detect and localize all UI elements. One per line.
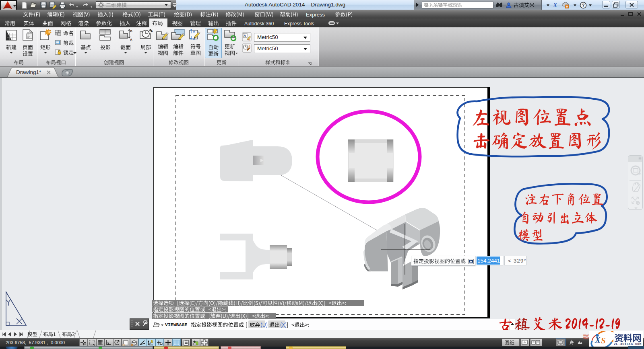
svg-text:2D: 2D	[637, 172, 641, 176]
svg-text:A: A	[248, 45, 251, 48]
svg-text:A: A	[244, 34, 246, 38]
svg-text:A: A	[130, 29, 132, 33]
svg-text:A: A	[151, 29, 153, 33]
svg-text:?: ?	[582, 3, 585, 8]
svg-text:X: X	[553, 2, 557, 8]
svg-text:A: A	[248, 38, 250, 41]
svg-text:A: A	[193, 30, 195, 33]
svg-text:A: A	[130, 38, 132, 41]
svg-text:X: X	[594, 335, 601, 345]
svg-text:S: S	[601, 336, 606, 345]
